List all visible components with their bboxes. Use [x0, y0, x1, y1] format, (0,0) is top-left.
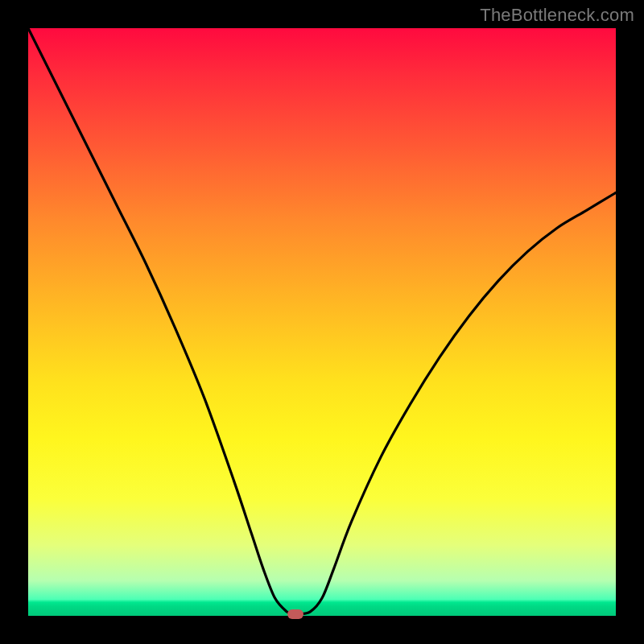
optimum-marker	[287, 609, 303, 619]
bottleneck-curve	[28, 28, 616, 616]
watermark-text: TheBottleneck.com	[480, 5, 634, 26]
plot-area	[28, 28, 616, 616]
chart-frame: TheBottleneck.com	[0, 0, 644, 644]
